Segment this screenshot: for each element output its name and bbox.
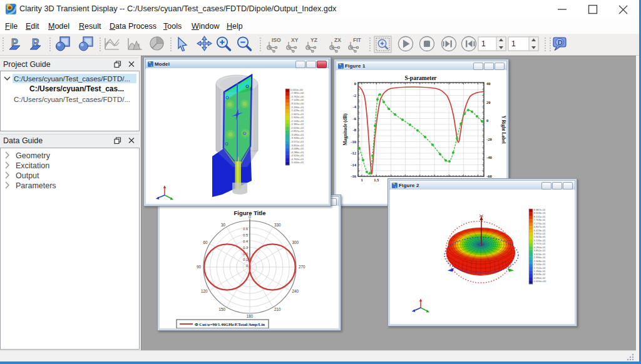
svg-text:0.000e+00: 0.000e+00: [534, 280, 547, 283]
svg-text:0.000e+00: 0.000e+00: [290, 88, 304, 91]
svg-text:90: 90: [197, 265, 202, 269]
svg-text:-14: -14: [351, 163, 356, 167]
svg-text:8.559e-02: 8.559e-02: [534, 273, 546, 276]
svg-text:YZ: YZ: [310, 37, 317, 43]
svg-text:FIT: FIT: [353, 37, 362, 43]
svg-text:-4.762e+00: -4.762e+00: [290, 95, 304, 98]
svg-text:1: 1: [481, 39, 486, 48]
svg-text:2.140e-01: 2.140e-01: [534, 263, 546, 266]
svg-text:3.424e-01: 3.424e-01: [534, 253, 546, 256]
svg-text:4.707e-01: 4.707e-01: [534, 242, 546, 245]
svg-text:-9.524e+00: -9.524e+00: [290, 102, 304, 105]
svg-text:-16: -16: [351, 174, 356, 178]
svg-text:270: 270: [299, 265, 305, 269]
svg-text:-1.905e+01: -1.905e+01: [290, 116, 304, 119]
svg-text:1.712e-01: 1.712e-01: [534, 266, 546, 270]
svg-text:-20: -20: [486, 137, 492, 141]
svg-text:-3.571e+01: -3.571e+01: [290, 140, 304, 143]
svg-text:-2.857e+01: -2.857e+01: [290, 129, 304, 133]
svg-text:0: 0: [249, 215, 251, 219]
svg-text:-4.762e+01: -4.762e+01: [290, 158, 304, 161]
svg-text:300: 300: [292, 240, 299, 245]
svg-text:-3.095e+01: -3.095e+01: [290, 133, 304, 136]
svg-text:ISO: ISO: [272, 37, 281, 43]
svg-text:4.280e-01: 4.280e-01: [534, 246, 546, 249]
svg-text:0.6: 0.6: [243, 227, 248, 231]
svg-text:0.1: 0.1: [243, 258, 248, 261]
svg-text:-6: -6: [353, 116, 357, 121]
svg-text:-40: -40: [486, 155, 492, 159]
svg-text:S-parameter: S-parameter: [404, 75, 437, 81]
svg-text:-4.048e+01: -4.048e+01: [290, 147, 304, 150]
svg-text:XY: XY: [291, 37, 299, 43]
svg-text:-8: -8: [353, 128, 357, 132]
svg-text:8.559e-01: 8.559e-01: [534, 211, 546, 215]
svg-text:2.996e-01: 2.996e-01: [534, 256, 546, 259]
svg-text:330: 330: [274, 223, 281, 227]
svg-text:6.419e-01: 6.419e-01: [534, 229, 546, 232]
svg-text:C:/Users/cyuan/Test_cases/FDTD: C:/Users/cyuan/Test_cases/FDTD/...: [14, 75, 130, 83]
svg-text:1.284e-01: 1.284e-01: [534, 270, 546, 273]
svg-text:7.275e-01: 7.275e-01: [534, 222, 546, 225]
svg-text:-2: -2: [353, 93, 356, 98]
svg-text:40: 40: [486, 81, 491, 86]
svg-text:-3.810e+01: -3.810e+01: [290, 144, 304, 147]
svg-text:0.5: 0.5: [243, 233, 248, 237]
svg-text:210: 210: [274, 307, 281, 311]
svg-text:0: 0: [246, 264, 248, 268]
svg-text:-1.667e+01: -1.667e+01: [290, 113, 304, 116]
svg-text:ZX: ZX: [334, 37, 341, 43]
svg-text:5.135e-01: 5.135e-01: [534, 239, 546, 242]
svg-text:240: 240: [292, 289, 299, 293]
svg-text:20: 20: [486, 100, 491, 104]
svg-text:-1.190e+01: -1.190e+01: [290, 106, 304, 109]
svg-text:-10: -10: [351, 139, 356, 144]
svg-text:Y Right Label: Y Right Label: [501, 115, 506, 143]
svg-text:Φ Cut/φ=90/1.46GHz/ETotal/Amp/: Φ Cut/φ=90/1.46GHz/ETotal/Amp/Lin: [195, 322, 265, 326]
svg-text:-2.619e+01: -2.619e+01: [290, 126, 304, 129]
svg-text:5.563e-01: 5.563e-01: [534, 235, 546, 238]
svg-text:4.280e-02: 4.280e-02: [534, 276, 546, 280]
svg-text:1: 1: [361, 178, 362, 182]
svg-text:-5.000e+01: -5.000e+01: [290, 161, 304, 164]
svg-text:-60: -60: [486, 174, 492, 178]
svg-text:180: 180: [247, 314, 254, 318]
svg-text:5.991e-01: 5.991e-01: [534, 232, 546, 235]
svg-text:D: D: [558, 39, 563, 46]
svg-text:8.987e-01: 8.987e-01: [534, 208, 546, 211]
svg-text:150: 150: [218, 307, 225, 311]
svg-text:8.131e-01: 8.131e-01: [534, 215, 546, 218]
svg-text:120: 120: [201, 289, 208, 293]
svg-text:Geometry: Geometry: [16, 151, 51, 160]
svg-text:0: 0: [354, 81, 356, 86]
svg-text:0.3: 0.3: [243, 246, 248, 250]
svg-text:C:/Users/cyuan/Test_cases/FDTD: C:/Users/cyuan/Test_cases/FDTD/...: [14, 96, 130, 103]
svg-text:-4.286e+01: -4.286e+01: [290, 151, 304, 154]
svg-text:-2.381e+01: -2.381e+01: [290, 123, 304, 126]
svg-text:-7.143e+00: -7.143e+00: [290, 98, 304, 101]
svg-text:2.568e-01: 2.568e-01: [534, 260, 546, 263]
svg-text:7.703e-01: 7.703e-01: [534, 218, 546, 221]
svg-text:-3.333e+01: -3.333e+01: [290, 136, 304, 139]
svg-text:Parameters: Parameters: [16, 181, 56, 190]
svg-text:0.4: 0.4: [243, 240, 248, 243]
svg-text:-1.429e+01: -1.429e+01: [290, 109, 304, 112]
svg-text:-4.524e+01: -4.524e+01: [290, 154, 304, 157]
svg-text:6.847e-01: 6.847e-01: [534, 225, 546, 228]
svg-text:-12: -12: [351, 151, 356, 155]
svg-text:-2.381e+00: -2.381e+00: [290, 91, 304, 94]
svg-text:Magnitude (dB): Magnitude (dB): [342, 113, 348, 146]
svg-text:60: 60: [203, 240, 208, 245]
svg-text:-2.143e+01: -2.143e+01: [290, 119, 304, 123]
svg-text:0: 0: [486, 118, 488, 123]
svg-text:C:/Users/cyuan/Test_cas...: C:/Users/cyuan/Test_cas...: [29, 84, 124, 93]
svg-text:3.852e-01: 3.852e-01: [534, 249, 546, 252]
svg-text:1.5: 1.5: [374, 178, 379, 182]
svg-text:30: 30: [221, 223, 226, 227]
svg-text:-4: -4: [353, 104, 357, 109]
svg-text:Output: Output: [16, 171, 39, 180]
svg-text:Excitation: Excitation: [16, 161, 49, 170]
svg-text:1: 1: [511, 39, 516, 48]
